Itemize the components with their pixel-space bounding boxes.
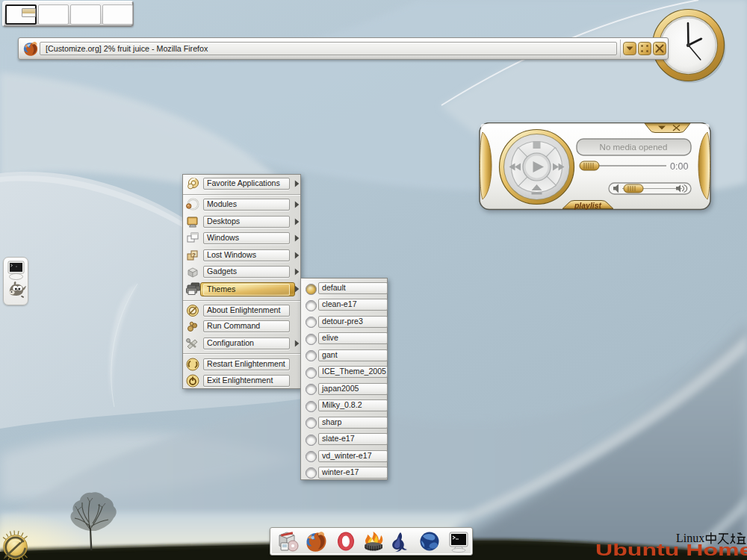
svg-text:playlist: playlist xyxy=(574,201,602,210)
svg-text:No media opened: No media opened xyxy=(600,143,668,152)
svg-text:?: ? xyxy=(192,251,196,258)
svg-text:0:00: 0:00 xyxy=(670,161,688,172)
